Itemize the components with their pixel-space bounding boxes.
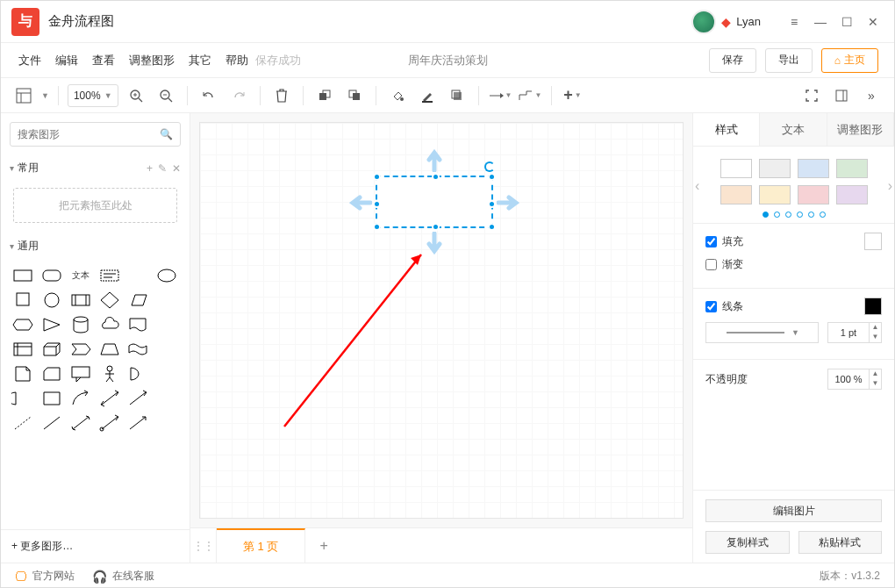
resize-handle-ne[interactable] <box>488 173 496 181</box>
maximize-button[interactable]: ☐ <box>836 11 857 32</box>
undo-icon[interactable] <box>197 83 221 108</box>
palette-swatch[interactable] <box>759 159 791 178</box>
shape-card[interactable] <box>39 362 65 385</box>
shape-text[interactable]: 文本 <box>68 264 94 287</box>
copy-style-button[interactable]: 复制样式 <box>705 531 790 554</box>
fill-color-chip[interactable] <box>864 233 882 250</box>
shape-dline[interactable] <box>10 412 36 434</box>
menu-view[interactable]: 查看 <box>90 49 117 72</box>
shape-roundrect[interactable] <box>39 264 65 287</box>
shape-note[interactable] <box>10 362 36 385</box>
palette-next-icon[interactable]: › <box>888 178 892 194</box>
palette-swatch[interactable] <box>720 159 752 178</box>
resize-handle-w[interactable] <box>373 200 381 208</box>
zoom-out-icon[interactable] <box>154 83 178 108</box>
line-color-icon[interactable] <box>415 83 440 108</box>
menu-file[interactable]: 文件 <box>17 49 43 72</box>
shape-biline[interactable] <box>68 412 94 434</box>
palette-swatch[interactable] <box>836 185 868 204</box>
shape-cylinder[interactable] <box>68 313 94 336</box>
page-tab-1[interactable]: 第 1 页 <box>217 528 305 563</box>
shape-ellipse[interactable] <box>154 264 180 287</box>
shape-cube[interactable] <box>39 338 65 361</box>
shape-tape[interactable] <box>125 338 151 361</box>
tab-text[interactable]: 文本 <box>760 113 827 146</box>
avatar[interactable] <box>691 10 716 34</box>
palette-swatch[interactable] <box>798 185 829 204</box>
shape-search[interactable]: 🔍 <box>10 122 181 147</box>
search-icon[interactable]: 🔍 <box>160 128 173 140</box>
edit-image-button[interactable]: 编辑图片 <box>705 499 882 522</box>
shape-diamond[interactable] <box>97 289 123 312</box>
opacity-spinner[interactable]: 100 %▲▼ <box>827 369 882 390</box>
fullscreen-icon[interactable] <box>799 83 824 108</box>
menu-adjust[interactable]: 调整图形 <box>127 49 176 72</box>
minimize-button[interactable]: — <box>810 11 831 32</box>
favorites-drop-area[interactable]: 把元素拖至此处 <box>13 188 177 223</box>
direction-arrow-right[interactable] <box>497 195 519 211</box>
shape-pentagon[interactable] <box>39 387 65 410</box>
shadow-icon[interactable] <box>445 83 469 108</box>
document-title[interactable]: 周年庆活动策划 <box>408 53 488 68</box>
line-color-chip[interactable] <box>864 298 882 315</box>
zoom-in-icon[interactable] <box>124 83 148 108</box>
shape-curve1[interactable] <box>68 387 94 410</box>
spin-up-icon[interactable]: ▲ <box>870 323 881 333</box>
shape-hexagon[interactable] <box>10 313 36 336</box>
shape-thin-arrow[interactable] <box>125 412 151 434</box>
line-style-select[interactable]: ▼ <box>705 322 819 343</box>
collapse-icon[interactable]: » <box>859 83 884 108</box>
format-panel-icon[interactable] <box>829 83 854 108</box>
canvas[interactable] <box>199 122 684 519</box>
menu-other[interactable]: 其它 <box>187 49 213 72</box>
shape-halfcircle[interactable] <box>125 362 151 385</box>
resize-handle-nw[interactable] <box>373 173 381 181</box>
resize-handle-e[interactable] <box>488 200 496 208</box>
shape-circle[interactable] <box>39 289 65 312</box>
home-button[interactable]: ⌂主页 <box>821 48 878 73</box>
save-button[interactable]: 保存 <box>709 48 756 73</box>
send-back-icon[interactable] <box>342 83 367 108</box>
redo-icon[interactable] <box>226 83 251 108</box>
add-page-button[interactable]: + <box>305 538 341 554</box>
palette-prev-icon[interactable]: ‹ <box>695 178 699 194</box>
palette-swatch[interactable] <box>759 185 791 204</box>
shape-or[interactable] <box>10 387 36 410</box>
palette-pager[interactable] <box>702 212 885 218</box>
shape-document[interactable] <box>125 313 151 336</box>
remove-favorite-icon[interactable]: ✕ <box>172 162 181 175</box>
gradient-checkbox[interactable] <box>705 259 717 270</box>
username[interactable]: Lyan <box>736 15 761 28</box>
shape-triangle[interactable] <box>39 313 65 336</box>
shape-line[interactable] <box>39 412 65 434</box>
tab-style[interactable]: 样式 <box>693 113 760 146</box>
fill-checkbox[interactable] <box>705 236 717 247</box>
spin-down-icon[interactable]: ▼ <box>870 333 881 342</box>
paste-style-button[interactable]: 粘贴样式 <box>798 531 883 554</box>
close-button[interactable]: ✕ <box>863 11 884 32</box>
connector-straight-icon[interactable]: ▼ <box>488 83 512 108</box>
resize-handle-n[interactable] <box>432 173 440 181</box>
line-checkbox[interactable] <box>705 301 717 312</box>
fill-color-icon[interactable] <box>385 83 410 108</box>
palette-swatch[interactable] <box>798 159 829 178</box>
bring-front-icon[interactable] <box>312 83 337 108</box>
shape-process[interactable] <box>68 289 94 312</box>
shape-step[interactable] <box>68 338 94 361</box>
menu-help[interactable]: 帮助 <box>224 49 250 72</box>
shape-rect[interactable] <box>10 264 36 287</box>
menu-more-icon[interactable]: ≡ <box>784 11 805 32</box>
collapse-arrow-icon[interactable]: ▾ <box>10 241 14 251</box>
shape-trapezoid[interactable] <box>97 338 123 361</box>
add-icon[interactable]: +▼ <box>561 83 585 108</box>
search-input[interactable] <box>18 128 160 140</box>
view-layout-icon[interactable] <box>11 83 36 108</box>
shape-arrow[interactable] <box>125 387 151 410</box>
delete-icon[interactable] <box>269 83 294 108</box>
direction-arrow-left[interactable] <box>349 195 372 211</box>
shape-cloud[interactable] <box>97 313 123 336</box>
shape-connector[interactable] <box>97 412 123 434</box>
dropdown-caret-icon[interactable]: ▼ <box>41 91 49 100</box>
direction-arrow-up[interactable] <box>426 149 442 172</box>
more-shapes-button[interactable]: + 更多图形… <box>1 529 190 563</box>
